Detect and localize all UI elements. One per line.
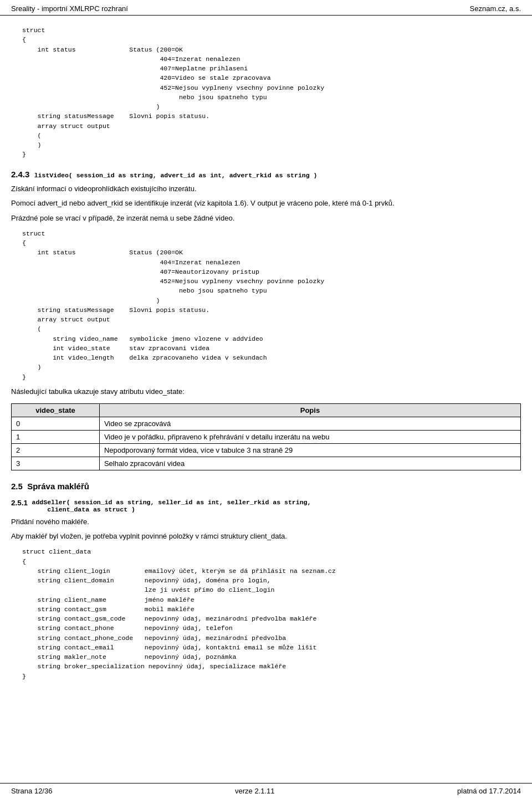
table-row: 2Nepodporovaný formát videa, více v tabu… [12,443,521,457]
footer-right: platná od 17.7.2014 [457,787,521,795]
section-251-heading: 2.5.1 addSeller( session_id as string, s… [11,499,521,513]
section-251-number: 2.5.1 [11,499,28,507]
section-243-code-title: listVideo( session_id as string, advert_… [34,172,318,179]
section-251-desc2: Aby makléř byl vložen, je potřeba vyplni… [11,531,521,542]
page-footer: Strana 12/36 verze 2.1.11 platná od 17.7… [0,783,532,798]
table-row: 0Video se zpracovává [12,417,521,430]
page-header: Sreality - importní XMLRPC rozhraní Sezn… [0,0,532,16]
cell-state: 0 [12,417,100,430]
cell-state: 3 [12,457,100,470]
section-25-title: Správa makléřů [27,482,89,491]
section-243-number: 2.4.3 [11,170,29,179]
header-right: Seznam.cz, a.s. [470,4,521,13]
table-row: 3Selhalo zpracování videa [12,457,521,470]
cell-popis: Nepodporovaný formát videa, více v tabul… [99,443,520,457]
footer-left: Strana 12/36 [11,787,52,795]
table-row: 1Video je v pořádku, připraveno k přehrá… [12,430,521,443]
section-251-code-title: addSeller( session_id as string, seller_… [32,499,311,513]
code-block-2: struct { int status Status (200=OK 404=I… [22,229,521,382]
section-251-desc1: Přidání nového makléře. [11,516,521,528]
table-header-row: video_state Popis [12,403,521,417]
section-25-heading: 2.5 Správa makléřů [11,482,521,491]
video-state-table: video_state Popis 0Video se zpracovává1V… [11,403,521,470]
section-243-desc1: Získání informací o videoprohlídkách exi… [11,183,521,195]
cell-popis: Video je v pořádku, připraveno k přehráv… [99,430,520,443]
col-video-state: video_state [12,403,100,417]
section-25-number: 2.5 [11,482,23,491]
code-block-3: struct client_data { string client_login… [22,547,521,681]
cell-popis: Video se zpracovává [99,417,520,430]
code-block-1: struct { int status Status (200=OK 404=I… [22,25,521,160]
cell-popis: Selhalo zpracování videa [99,457,520,470]
section-243-heading: 2.4.3 listVideo( session_id as string, a… [11,170,521,179]
cell-state: 1 [12,430,100,443]
table-desc: Následující tabulka ukazuje stavy atribu… [11,386,521,398]
section-243-desc3: Prázdné pole se vrací v případě, že inze… [11,213,521,224]
header-left: Sreality - importní XMLRPC rozhraní [11,4,128,13]
section-243-desc2: Pomocí advert_id nebo advert_rkid se ide… [11,198,521,209]
footer-center: verze 2.1.11 [235,787,275,795]
cell-state: 2 [12,443,100,457]
col-popis: Popis [99,403,520,417]
page-content: struct { int status Status (200=OK 404=I… [0,16,532,719]
